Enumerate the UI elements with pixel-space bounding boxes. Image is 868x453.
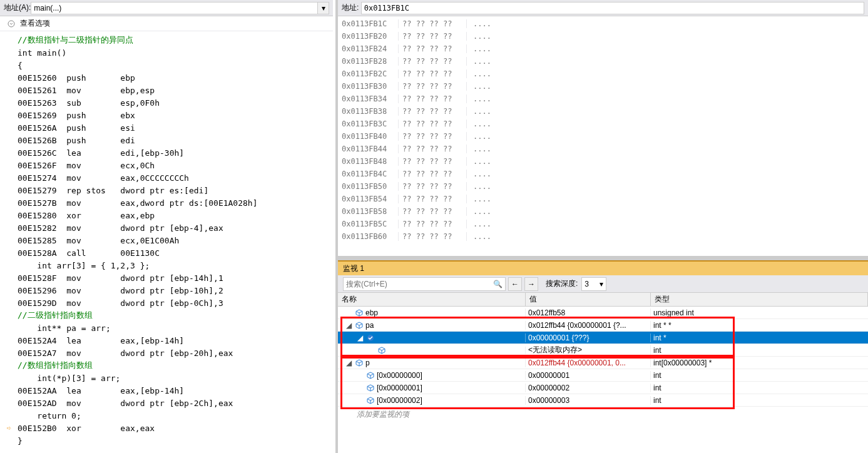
memory-row[interactable]: 0x0113FB50?? ?? ?? ??.... [342, 180, 864, 193]
code-line[interactable]: 00E152A4 lea eax,[ebp-14h] [18, 334, 333, 347]
memory-ascii: .... [467, 232, 491, 241]
code-line[interactable]: 00E1527B mov eax,dword ptr ds:[00E1A028h… [18, 196, 333, 209]
expand-toggle[interactable]: ◢ [344, 321, 353, 330]
memory-row[interactable]: 0x0113FB38?? ?? ?? ??.... [342, 105, 864, 118]
watch-col-value[interactable]: 值 [526, 293, 651, 306]
watch-row[interactable]: ebp0x012ffb58unsigned int [338, 307, 868, 319]
memory-ascii: .... [467, 145, 491, 153]
code-line[interactable]: //数组指针指向数组 [18, 359, 333, 372]
address-input[interactable] [31, 2, 318, 14]
memory-bytes: ?? ?? ?? ?? [398, 145, 467, 153]
watch-search-input[interactable] [346, 280, 493, 288]
code-line[interactable]: 00E15280 xor eax,ebp [18, 209, 333, 221]
watch-value: 0x012ffb58 [526, 308, 651, 317]
memory-address-input[interactable] [361, 2, 864, 14]
memory-row[interactable]: 0x0113FB54?? ?? ?? ??.... [342, 193, 864, 205]
watch-type: int[0x00000003] * [651, 359, 868, 367]
expand-toggle[interactable]: ◢ [355, 333, 364, 342]
expand-toggle[interactable]: ◢ [344, 359, 353, 367]
memory-row[interactable]: 0x0113FB44?? ?? ?? ??.... [342, 143, 864, 155]
code-line[interactable]: int main() [18, 46, 333, 59]
address-dropdown-button[interactable]: ▾ [318, 2, 329, 14]
memory-row[interactable]: 0x0113FB24?? ?? ?? ??.... [342, 43, 864, 55]
memory-ascii: .... [467, 170, 491, 178]
code-line[interactable]: 00E15260 push ebp [18, 71, 333, 84]
code-line[interactable]: return 0; [18, 409, 333, 422]
code-line[interactable]: 00E15263 sub esp,0F0h [18, 96, 333, 109]
arrow-right-icon: → [528, 280, 535, 288]
search-prev-button[interactable]: ← [508, 277, 522, 291]
memory-address: 0x0113FB30 [342, 82, 398, 91]
code-line[interactable]: 00E1526C lea edi,[ebp-30h] [18, 146, 333, 159]
watch-title: 监视 1 [343, 263, 364, 274]
memory-row[interactable]: 0x0113FB20?? ?? ?? ??.... [342, 30, 864, 43]
watch-row[interactable]: ◢p0x012ffb44 {0x00000001, 0...int[0x0000… [338, 357, 868, 369]
memory-row[interactable]: 0x0113FB58?? ?? ?? ??.... [342, 205, 864, 218]
search-depth-box[interactable]: 3 ▾ [581, 277, 606, 291]
code-line[interactable]: 00E152A7 mov dword ptr [ebp-20h],eax [18, 347, 333, 359]
memory-row[interactable]: 0x0113FB60?? ?? ?? ??.... [342, 230, 864, 243]
code-line[interactable]: 00E15285 mov ecx,0E1C00Ah [18, 234, 333, 247]
watch-type: int [651, 371, 868, 380]
watch-title-bar: 监视 1 [338, 260, 868, 275]
memory-row[interactable]: 0x0113FB2C?? ?? ?? ??.... [342, 68, 864, 80]
watch-row[interactable]: [0x00000001]0x00000002int [338, 382, 868, 394]
code-line[interactable]: 00E1528A call 00E1130C [18, 247, 333, 259]
code-line[interactable]: int(*p)[3] = arr; [18, 372, 333, 384]
expand-options-icon[interactable] [8, 20, 15, 28]
code-line[interactable]: 00E1528F mov dword ptr [ebp-14h],1 [18, 272, 333, 284]
code-line[interactable]: 00E1529D mov dword ptr [ebp-0Ch],3 [18, 297, 333, 309]
code-line[interactable]: int** pa = arr; [18, 322, 333, 334]
memory-rows[interactable]: 0x0113FB1C?? ?? ?? ??....0x0113FB20?? ??… [338, 16, 868, 256]
memory-ascii: .... [467, 220, 491, 228]
code-line[interactable]: 00E1526B push edi [18, 134, 333, 146]
svg-point-0 [8, 21, 14, 27]
code-line[interactable]: 00E15279 rep stos dword ptr es:[edi] [18, 184, 333, 196]
memory-row[interactable]: 0x0113FB30?? ?? ?? ??.... [342, 80, 864, 93]
code-line[interactable]: 00E152AA lea eax,[ebp-14h] [18, 384, 333, 397]
watch-col-type[interactable]: 类型 [651, 293, 868, 306]
code-line[interactable]: 00E15269 push ebx [18, 109, 333, 121]
watch-col-name[interactable]: 名称 [338, 293, 526, 306]
memory-row[interactable]: 0x0113FB1C?? ?? ?? ??.... [342, 18, 864, 30]
gutter-row [0, 184, 18, 196]
right-panel: 地址: 0x0113FB1C?? ?? ?? ??....0x0113FB20?… [338, 0, 868, 453]
view-options-label[interactable]: 查看选项 [20, 18, 50, 29]
code-line[interactable]: 00E15282 mov dword ptr [ebp-4],eax [18, 221, 333, 234]
watch-row[interactable]: [0x00000002]0x00000003int [338, 394, 868, 407]
watch-row[interactable]: ◢0x00000001 {???}int * [338, 332, 868, 344]
memory-row[interactable]: 0x0113FB48?? ?? ?? ??.... [342, 155, 864, 168]
code-line[interactable]: int arr[3] = { 1,2,3 }; [18, 259, 333, 272]
watch-row[interactable]: [0x00000000]0x00000001int [338, 369, 868, 382]
memory-row[interactable]: 0x0113FB34?? ?? ?? ??.... [342, 93, 864, 105]
code-line[interactable]: 00E15261 mov ebp,esp [18, 84, 333, 96]
code-line[interactable]: } [18, 434, 333, 447]
watch-add-item[interactable]: 添加要监视的项 [338, 407, 868, 422]
code-line[interactable]: 00E15296 mov dword ptr [ebp-10h],2 [18, 284, 333, 297]
watch-value: 0x00000001 {???} [526, 333, 651, 342]
watch-body[interactable]: ebp0x012ffb58unsigned int◢pa0x012ffb44 {… [338, 307, 868, 453]
memory-row[interactable]: 0x0113FB40?? ?? ?? ??.... [342, 130, 864, 143]
memory-address: 0x0113FB60 [342, 232, 398, 241]
memory-row[interactable]: 0x0113FB5C?? ?? ?? ??.... [342, 218, 864, 230]
code-line[interactable]: { [18, 59, 333, 71]
watch-row[interactable]: <无法读取内存>int [338, 344, 868, 357]
code-lines[interactable]: //数组指针与二级指针的异同点int main(){00E15260 push … [18, 31, 333, 453]
code-line[interactable]: 00E152B0 xor eax,eax [18, 422, 333, 434]
memory-row[interactable]: 0x0113FB4C?? ?? ?? ??.... [342, 168, 864, 180]
memory-panel: 地址: 0x0113FB1C?? ?? ?? ??....0x0113FB20?… [338, 0, 868, 257]
memory-row[interactable]: 0x0113FB3C?? ?? ?? ??.... [342, 118, 864, 130]
watch-row[interactable]: ◢pa0x012ffb44 {0x00000001 {?...int * * [338, 319, 868, 332]
code-line[interactable]: 00E1526F mov ecx,0Ch [18, 159, 333, 171]
search-icon[interactable]: 🔍 [493, 280, 503, 288]
watch-name: [0x00000002] [377, 396, 422, 405]
code-line[interactable]: 00E15274 mov eax,0CCCCCCCCh [18, 171, 333, 184]
watch-search-box[interactable]: 🔍 [343, 277, 506, 291]
code-line[interactable]: 00E152AD mov dword ptr [ebp-2Ch],eax [18, 397, 333, 409]
variable-icon [378, 347, 385, 354]
search-next-button[interactable]: → [524, 277, 538, 291]
code-line[interactable]: //二级指针指向数组 [18, 309, 333, 322]
code-line[interactable]: 00E1526A push esi [18, 121, 333, 134]
memory-row[interactable]: 0x0113FB28?? ?? ?? ??.... [342, 55, 864, 68]
code-line[interactable]: //数组指针与二级指针的异同点 [18, 34, 333, 46]
